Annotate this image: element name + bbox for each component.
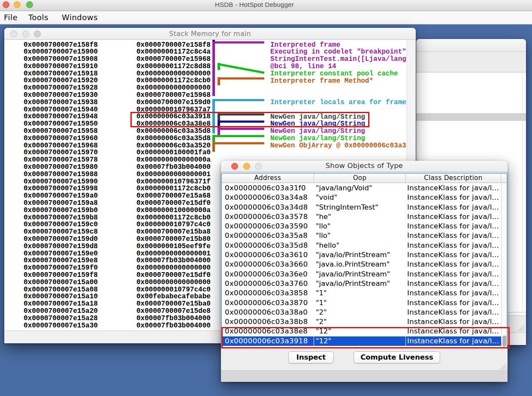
annotation-text: Executing in codelet "breakpoint": [270, 48, 406, 56]
annotation-text: NewGen java/lang/String: [270, 128, 365, 135]
cell-class-description: InstanceKlass for java/l...: [406, 308, 501, 317]
objects-button-panel: Inspect Compute Liveness: [221, 348, 508, 370]
objects-vertical-scrollbar[interactable]: [501, 183, 507, 347]
cell-class-description: InstanceKlass for java/l...: [406, 317, 501, 327]
column-header-class-description[interactable]: Class Description: [406, 174, 501, 183]
cell-class-description: InstanceKlass for java/l...: [406, 183, 501, 193]
menu-windows[interactable]: Windows: [62, 13, 98, 22]
annotation-text: NewGen java/lang/String: [270, 135, 365, 142]
annotation-text: StringInternTest.main([Ljava/lang: [270, 56, 406, 63]
cell-class-description: InstanceKlass for java/l...: [406, 212, 501, 222]
column-header-filler: [501, 174, 507, 183]
annotation-text: Interpreted frame: [270, 42, 340, 49]
annotation-text: Interpreter constant pool cache: [270, 70, 398, 78]
cell-class-description: InstanceKlass for java/l...: [406, 288, 501, 298]
annotation-text: Interpreter locals area for frame: [270, 99, 406, 106]
mac-titlebar: HSDB - HotSpot Debugger: [0, 0, 532, 11]
background-window-vertical-scrollbar[interactable]: [523, 73, 523, 312]
annotation-rectangle-objects: [221, 327, 510, 348]
inspect-button[interactable]: Inspect: [288, 351, 334, 363]
annotation-rectangle-stack: [130, 112, 369, 127]
cell-class-description: InstanceKlass for java/l...: [406, 231, 501, 240]
cell-class-description: InstanceKlass for java/l...: [406, 222, 501, 231]
cell-class-description: InstanceKlass for java/l...: [406, 250, 501, 260]
cell-class-description: InstanceKlass for java/l...: [406, 298, 501, 308]
cell-class-description: InstanceKlass for java/l...: [406, 260, 501, 269]
cell-class-description: InstanceKlass for java/l...: [406, 270, 501, 279]
cell-class-description: InstanceKlass for java/l...: [406, 193, 501, 202]
background-window-toolbar: [416, 52, 526, 72]
annotation-text: NewGen ObjArray @ 0x00000006c03a3: [270, 142, 406, 150]
app-title: HSDB - HotSpot Debugger: [0, 1, 509, 8]
background-window-selected-row: [416, 113, 526, 121]
menu-file[interactable]: File: [4, 13, 18, 22]
background-window-titlebar[interactable]: [416, 39, 526, 52]
annotation-text: Interpreter frame Method*: [270, 78, 373, 85]
menubar: File Tools Windows: [0, 12, 532, 24]
screen: HSDB - HotSpot Debugger File Tools Windo…: [0, 0, 532, 396]
annotation-text: @bci 98, line 14: [270, 63, 336, 70]
resize-grip-icon[interactable]: [499, 362, 507, 370]
cell-class-description: InstanceKlass for java/l...: [406, 203, 501, 212]
stack-memory-window: Stack Memory for main 0x0000700007e158f8…: [4, 28, 416, 343]
stack-memory-titlebar[interactable]: Stack Memory for main: [4, 28, 416, 40]
cell-class-description: InstanceKlass for java/l...: [406, 241, 501, 250]
menu-tools[interactable]: Tools: [28, 13, 48, 22]
resize-grip-icon[interactable]: [517, 324, 525, 332]
stack-memory-title: Stack Memory for main: [4, 30, 416, 38]
cell-class-description: InstanceKlass for java/l...: [406, 279, 501, 288]
show-objects-bottom-strip: [221, 370, 508, 382]
compute-liveness-button[interactable]: Compute Liveness: [354, 351, 440, 363]
stack-memory-content[interactable]: 0x0000700007e158f8 0x0000700007e158f8 0x…: [4, 40, 407, 330]
